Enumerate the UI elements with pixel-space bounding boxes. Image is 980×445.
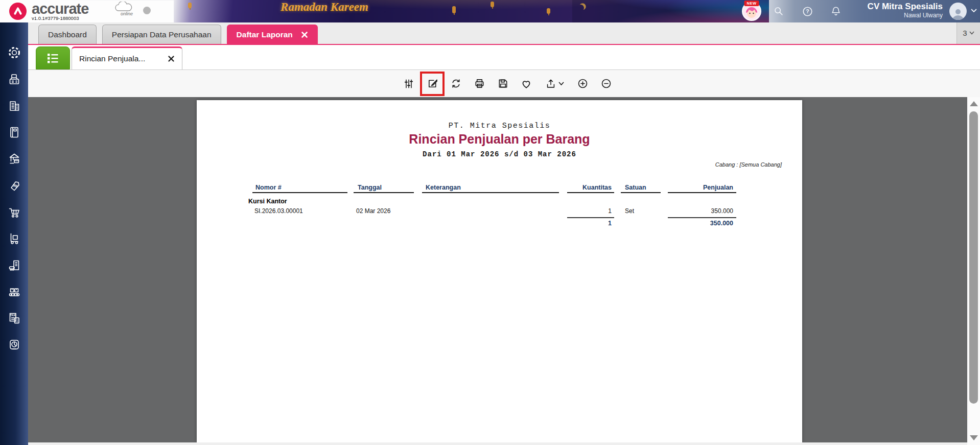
cell-kuantitas: 1: [567, 207, 614, 215]
user-name: Nawal Ulwany: [868, 12, 943, 19]
tab-overflow-count: 3: [963, 29, 967, 37]
sidebar-item-purchases[interactable]: [0, 225, 28, 252]
topbar: accurate v1.0.1#3779-1880003 online Rama…: [0, 0, 980, 22]
cell-penjualan: 350.000: [668, 207, 736, 215]
save-icon: [497, 78, 509, 89]
tab-overflow-dropdown[interactable]: 3: [956, 22, 980, 44]
notifications-button[interactable]: [828, 4, 844, 19]
svg-text:?: ?: [806, 8, 809, 14]
sidebar-item-cash-register[interactable]: [0, 66, 28, 92]
user-panel: ? CV Mitra Spesialis Nawal Ulwany: [769, 0, 980, 22]
sidebar-item-assets[interactable]: [0, 252, 28, 278]
chevron-down-icon[interactable]: [558, 82, 564, 86]
ramadan-banner: Ramadan Kareem SELAMAT MENUNAIKAN IBADAH…: [174, 0, 769, 22]
user-menu-chevron[interactable]: [971, 9, 977, 13]
cloud-online-badge: online: [113, 2, 140, 16]
filter-settings-button[interactable]: [397, 72, 421, 96]
whats-new-button[interactable]: NEW: [742, 2, 761, 21]
search-icon: [773, 6, 784, 17]
report-page: PT. Mitra Spesialis Rincian Penjualan pe…: [197, 100, 802, 442]
help-icon: ?: [802, 6, 813, 17]
help-button[interactable]: ?: [800, 4, 815, 19]
tax-calculator-icon: TAX: [7, 311, 22, 326]
sidebar-item-banking[interactable]: [0, 146, 28, 172]
search-button[interactable]: [771, 4, 786, 19]
report-period: Dari 01 Mar 2026 s/d 03 Mar 2026: [197, 150, 802, 158]
export-button[interactable]: [538, 72, 571, 96]
vertical-scrollbar[interactable]: [967, 97, 980, 445]
close-tab-button[interactable]: [301, 31, 308, 38]
accurate-logo-icon: [9, 3, 27, 20]
report-title: Rincian Penjualan per Barang: [197, 132, 802, 147]
total-rule-kuantitas: [567, 217, 614, 218]
sidebar-item-company[interactable]: [0, 92, 28, 119]
tab-dashboard[interactable]: Dashboard: [38, 25, 97, 44]
zoom-out-button[interactable]: [594, 72, 618, 96]
favorite-button[interactable]: [515, 72, 538, 96]
scrollbar-thumb[interactable]: [969, 111, 978, 404]
horizontal-scroll-track[interactable]: [28, 442, 967, 445]
total-kuantitas: 1: [567, 220, 614, 227]
cash-register-icon: [7, 72, 22, 87]
zoom-in-button[interactable]: [571, 72, 594, 96]
tab-persiapan-data-perusahaan[interactable]: Persiapan Data Perusahaan: [102, 25, 221, 44]
bell-icon: [830, 6, 842, 17]
app-logo: accurate v1.0.1#3779-1880003: [9, 1, 88, 21]
column-header-tanggal: Tanggal: [354, 184, 414, 193]
column-header-keterangan: Keterangan: [422, 184, 559, 193]
highlight-box: [420, 72, 445, 96]
sidebar-item-settings[interactable]: [0, 39, 28, 66]
sidebar-item-pricing[interactable]: Rp: [0, 172, 28, 199]
sidebar-item-tax[interactable]: TAX: [0, 305, 28, 332]
tab-label: Persiapan Data Perusahaan: [112, 30, 212, 39]
tab-daftar-laporan[interactable]: Daftar Laporan: [227, 25, 318, 44]
lantern-icon: [491, 2, 494, 7]
svg-text:Rp: Rp: [13, 184, 18, 188]
column-header-satuan: Satuan: [621, 184, 661, 193]
item-group-name: Kursi Kantor: [248, 198, 287, 205]
close-icon: [168, 55, 175, 62]
close-icon: [301, 31, 308, 38]
subtab-label: Rincian Penjuala...: [79, 54, 145, 63]
sidebar-item-journal[interactable]: [0, 119, 28, 146]
sidebar-item-sales[interactable]: [0, 199, 28, 225]
sidebar-item-manufacturing[interactable]: [0, 278, 28, 305]
report-subtab-row: Rincian Penjuala...: [28, 45, 980, 70]
column-header-kuantitas: Kuantitas: [567, 184, 614, 193]
report-company: PT. Mitra Spesialis: [197, 122, 802, 130]
building-vehicle-icon: [7, 257, 22, 273]
online-label: online: [113, 11, 140, 16]
banner-title: Ramadan Kareem: [204, 1, 445, 13]
cell-tanggal: 02 Mar 2026: [354, 207, 414, 215]
user-info: CV Mitra Spesialis Nawal Ulwany: [868, 2, 943, 19]
cell-satuan: Set: [621, 207, 661, 215]
scroll-down-arrow[interactable]: [970, 435, 978, 440]
user-avatar[interactable]: [949, 3, 967, 20]
column-header-nomor: Nomor #: [252, 184, 347, 193]
heart-icon: [520, 78, 532, 90]
conveyor-boxes-icon: [7, 284, 22, 299]
price-tag-rp-icon: Rp: [7, 178, 22, 193]
chevron-down-icon: [971, 9, 977, 13]
save-button[interactable]: [491, 72, 515, 96]
tab-label: Dashboard: [48, 30, 87, 39]
zoom-out-icon: [600, 78, 612, 89]
person-icon: [951, 8, 965, 20]
scroll-up-arrow[interactable]: [970, 101, 978, 106]
new-badge: NEW: [744, 1, 759, 6]
printer-icon: [474, 78, 485, 89]
report-branch: Cabang : [Semua Cabang]: [715, 161, 782, 168]
main-tabbar: Dashboard Persiapan Data Perusahaan Daft…: [28, 22, 980, 45]
report-viewport: PT. Mitra Spesialis Rincian Penjualan pe…: [28, 97, 980, 445]
report-list-button[interactable]: [36, 46, 70, 69]
close-subtab-button[interactable]: [168, 55, 175, 62]
sidebar-item-reports[interactable]: [0, 332, 28, 358]
subtab-rincian-penjualan[interactable]: Rincian Penjuala...: [72, 46, 182, 69]
sidebar-nav: Rp: [0, 22, 28, 445]
decor-waves: [572, 0, 769, 22]
refresh-button[interactable]: [444, 72, 468, 96]
brand-name: accurate: [32, 1, 88, 16]
lantern-icon: [452, 6, 456, 13]
print-button[interactable]: [468, 72, 491, 96]
svg-text:TAX: TAX: [10, 314, 15, 317]
